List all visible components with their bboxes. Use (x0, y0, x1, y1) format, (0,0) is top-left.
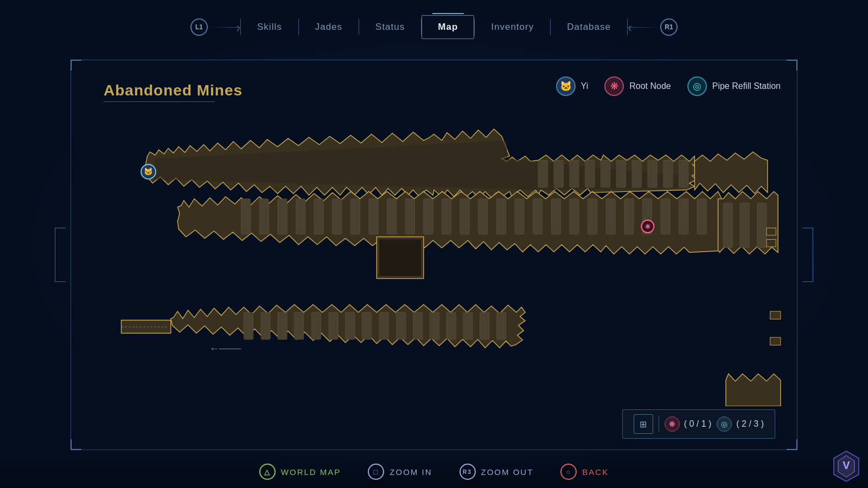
svg-rect-46 (379, 312, 388, 339)
map-panel: Abandoned Mines 🐱 Yi ❋ Root Node ◎ Pipe … (71, 60, 797, 450)
hud-map-icon: ⊞ (634, 414, 653, 434)
map-title: Abandoned Mines (104, 82, 242, 102)
svg-rect-41 (295, 312, 304, 339)
square-button-icon: □ (368, 464, 384, 480)
legend-yi-label: Yi (581, 81, 589, 91)
svg-rect-20 (424, 199, 433, 234)
svg-rect-42 (311, 312, 321, 339)
svg-rect-34 (679, 199, 688, 234)
back-label: BACK (582, 467, 609, 477)
svg-rect-5 (616, 160, 626, 188)
svg-rect-0 (538, 160, 547, 188)
svg-rect-64 (767, 228, 776, 235)
scroll-left-bracket[interactable] (55, 228, 66, 282)
svg-rect-19 (405, 199, 414, 234)
l1-trigger[interactable]: L1 (190, 18, 208, 36)
svg-rect-51 (463, 312, 473, 339)
cave-map-svg: 🐱 ❋ (82, 114, 786, 406)
svg-rect-30 (606, 199, 615, 234)
circle-button-icon: ○ (560, 464, 577, 480)
zoom-out-button[interactable]: R3 ZOOM OUT (459, 464, 534, 480)
svg-rect-50 (446, 312, 456, 339)
svg-rect-39 (261, 312, 270, 339)
legend-pipe-label: Pipe Refill Station (712, 81, 781, 91)
map-legend: 🐱 Yi ❋ Root Node ◎ Pipe Refill Station (556, 76, 781, 96)
svg-rect-6 (632, 160, 641, 188)
legend-yi: 🐱 Yi (556, 76, 589, 96)
svg-rect-22 (460, 199, 469, 234)
map-svg-area[interactable]: 🐱 ❋ ← (82, 114, 786, 406)
svg-rect-40 (278, 312, 287, 339)
svg-rect-59 (770, 337, 781, 345)
svg-rect-7 (648, 160, 657, 188)
exit-arrow: ← (209, 343, 241, 355)
scroll-right-bracket[interactable] (802, 228, 813, 282)
svg-rect-53 (496, 312, 506, 339)
tab-status[interactable]: Status (359, 17, 421, 37)
triangle-button-icon: △ (259, 464, 276, 480)
tab-jades[interactable]: Jades (299, 17, 359, 37)
svg-rect-8 (663, 160, 673, 188)
svg-rect-38 (244, 312, 253, 339)
zoom-in-label: ZOOM IN (390, 467, 432, 477)
pipe-count: ( 2 / 3 ) (736, 419, 764, 429)
legend-root-label: Root Node (629, 81, 671, 91)
svg-rect-9 (679, 160, 688, 188)
player-marker: 🐱 (141, 164, 156, 179)
svg-rect-18 (387, 199, 397, 234)
svg-rect-25 (515, 199, 524, 234)
legend-pipe: ◎ Pipe Refill Station (687, 76, 781, 96)
top-navigation: L1 ❯ Skills Jades Status Map Inventory D… (0, 0, 868, 54)
root-node-marker: ❋ (641, 220, 654, 233)
root-count: ( 0 / 1 ) (684, 419, 712, 429)
svg-rect-37 (379, 240, 421, 276)
tab-inventory[interactable]: Inventory (475, 17, 550, 37)
r1-trigger[interactable]: R1 (660, 18, 678, 36)
map-hud: ⊞ ❋ ( 0 / 1 ) ◎ ( 2 / 3 ) (622, 409, 775, 439)
svg-rect-65 (767, 240, 776, 247)
svg-rect-10 (241, 199, 251, 234)
pipe-station-icon: ◎ (687, 76, 707, 96)
svg-rect-49 (430, 312, 439, 339)
svg-text:🐱: 🐱 (144, 167, 153, 176)
zoom-in-button[interactable]: □ ZOOM IN (368, 464, 432, 480)
svg-rect-35 (697, 199, 706, 234)
svg-rect-29 (588, 199, 597, 234)
svg-rect-43 (329, 312, 338, 339)
svg-rect-31 (624, 199, 634, 234)
svg-rect-13 (296, 199, 305, 234)
root-node-counter: ❋ ( 0 / 1 ) (665, 416, 712, 432)
svg-rect-15 (333, 199, 342, 234)
legend-root: ❋ Root Node (604, 76, 671, 96)
back-button[interactable]: ○ BACK (560, 464, 609, 480)
svg-rect-45 (362, 312, 371, 339)
yi-icon: 🐱 (556, 76, 576, 96)
zoom-out-label: ZOOM OUT (481, 467, 534, 477)
nav-tabs: Skills Jades Status Map Inventory Databa… (240, 17, 628, 37)
svg-rect-52 (480, 312, 489, 339)
bottom-navigation: △ WORLD MAP □ ZOOM IN R3 ZOOM OUT ○ BACK (0, 455, 868, 488)
svg-rect-4 (601, 160, 610, 188)
svg-rect-26 (533, 199, 542, 234)
svg-rect-44 (346, 312, 355, 339)
svg-rect-12 (278, 199, 287, 234)
tab-database[interactable]: Database (551, 17, 627, 37)
root-node-icon: ❋ (604, 76, 624, 96)
svg-rect-47 (397, 312, 406, 339)
svg-rect-57 (757, 203, 767, 248)
svg-rect-17 (369, 199, 378, 234)
tab-skills[interactable]: Skills (241, 17, 298, 37)
svg-rect-48 (413, 312, 423, 339)
svg-rect-56 (740, 203, 749, 248)
svg-rect-21 (442, 199, 451, 234)
svg-rect-33 (661, 199, 670, 234)
svg-rect-27 (551, 199, 560, 234)
pipe-counter: ◎ ( 2 / 3 ) (717, 416, 764, 432)
world-map-button[interactable]: △ WORLD MAP (259, 464, 341, 480)
hud-pipe-icon: ◎ (717, 416, 732, 432)
tab-map[interactable]: Map (422, 17, 474, 37)
svg-rect-3 (585, 160, 595, 188)
svg-rect-16 (350, 199, 360, 234)
svg-rect-14 (314, 199, 323, 234)
logo-badge: V (833, 450, 860, 483)
